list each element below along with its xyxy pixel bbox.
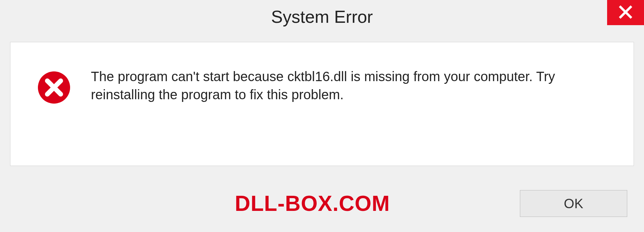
dialog-content: The program can't start because cktbl16.… [10, 42, 634, 166]
ok-button[interactable]: OK [520, 190, 627, 217]
titlebar: System Error [0, 0, 644, 34]
watermark-text: DLL-BOX.COM [235, 191, 390, 216]
dialog-footer: DLL-BOX.COM OK [0, 175, 644, 232]
error-icon [37, 71, 71, 104]
close-icon [619, 5, 632, 20]
error-message: The program can't start because cktbl16.… [91, 67, 613, 104]
window-title: System Error [271, 7, 373, 27]
close-button[interactable] [607, 0, 644, 25]
